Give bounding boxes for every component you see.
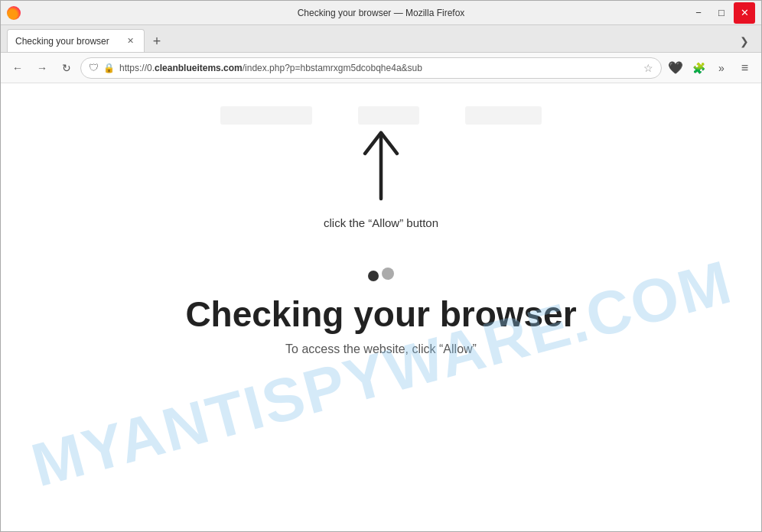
hint-box-1 bbox=[220, 106, 312, 125]
browser-window: Checking your browser — Mozilla Firefox … bbox=[0, 0, 762, 532]
tab-bar: Checking your browser ✕ + ❯ bbox=[1, 25, 761, 53]
loading-dot-1 bbox=[368, 271, 379, 281]
reload-button[interactable]: ↻ bbox=[56, 57, 77, 79]
watermark-text: MYANTISPYWARE.COM bbox=[24, 247, 739, 501]
sub-heading: To access the website, click “Allow” bbox=[285, 342, 477, 356]
url-path: /index.php?p=hbstamrxgm5dcobqhe4a&sub bbox=[243, 63, 422, 73]
hint-box-2 bbox=[358, 106, 419, 125]
tab-title: Checking your browser bbox=[15, 36, 119, 47]
forward-button[interactable]: → bbox=[31, 57, 53, 79]
window-title: Checking your browser — Mozilla Firefox bbox=[298, 8, 465, 18]
tab-bar-right: ❯ bbox=[734, 31, 755, 52]
pocket-button[interactable]: 🖤 bbox=[665, 57, 686, 79]
nav-right-buttons: 🖤 🧩 » ≡ bbox=[665, 57, 755, 79]
firefox-logo-icon bbox=[7, 6, 21, 20]
hint-box-3 bbox=[465, 106, 542, 125]
instruction-area: click the “Allow” button bbox=[324, 129, 438, 229]
top-hint-area bbox=[1, 106, 761, 125]
tab-list-chevron-button[interactable]: ❯ bbox=[734, 31, 755, 52]
maximize-button[interactable]: □ bbox=[711, 2, 732, 24]
navigation-bar: ← → ↻ 🛡 🔒 https://0.cleanblueitems.com/i… bbox=[1, 53, 761, 83]
loading-indicator bbox=[368, 268, 394, 281]
shield-icon: 🛡 bbox=[89, 62, 99, 73]
extensions-button[interactable]: 🧩 bbox=[688, 57, 709, 79]
main-heading: Checking your browser bbox=[185, 294, 576, 335]
hamburger-menu-button[interactable]: ≡ bbox=[734, 57, 755, 79]
url-domain: cleanblueitems.com bbox=[155, 63, 243, 73]
title-bar: Checking your browser — Mozilla Firefox … bbox=[1, 1, 761, 25]
page-content: MYANTISPYWARE.COM click the “Allow” butt… bbox=[1, 83, 761, 531]
address-bar[interactable]: 🛡 🔒 https://0.cleanblueitems.com/index.p… bbox=[80, 57, 662, 79]
back-button[interactable]: ← bbox=[7, 57, 28, 79]
browser-tab[interactable]: Checking your browser ✕ bbox=[7, 29, 145, 52]
overflow-button[interactable]: » bbox=[711, 57, 732, 79]
close-button[interactable]: ✕ bbox=[734, 2, 755, 24]
bookmark-icon[interactable]: ☆ bbox=[643, 62, 653, 74]
click-instruction-text: click the “Allow” button bbox=[324, 216, 438, 229]
window-controls: − □ ✕ bbox=[688, 2, 755, 24]
minimize-button[interactable]: − bbox=[688, 2, 709, 24]
title-bar-left bbox=[7, 6, 21, 20]
watermark-overlay: MYANTISPYWARE.COM bbox=[1, 221, 761, 527]
arrow-up-icon bbox=[354, 129, 408, 206]
loading-dot-2 bbox=[382, 268, 394, 280]
url-display: https://0.cleanblueitems.com/index.php?p… bbox=[119, 63, 639, 73]
url-scheme: https://0. bbox=[119, 63, 155, 73]
tab-close-button[interactable]: ✕ bbox=[124, 35, 136, 47]
lock-icon: 🔒 bbox=[103, 63, 115, 73]
new-tab-button[interactable]: + bbox=[146, 31, 168, 52]
